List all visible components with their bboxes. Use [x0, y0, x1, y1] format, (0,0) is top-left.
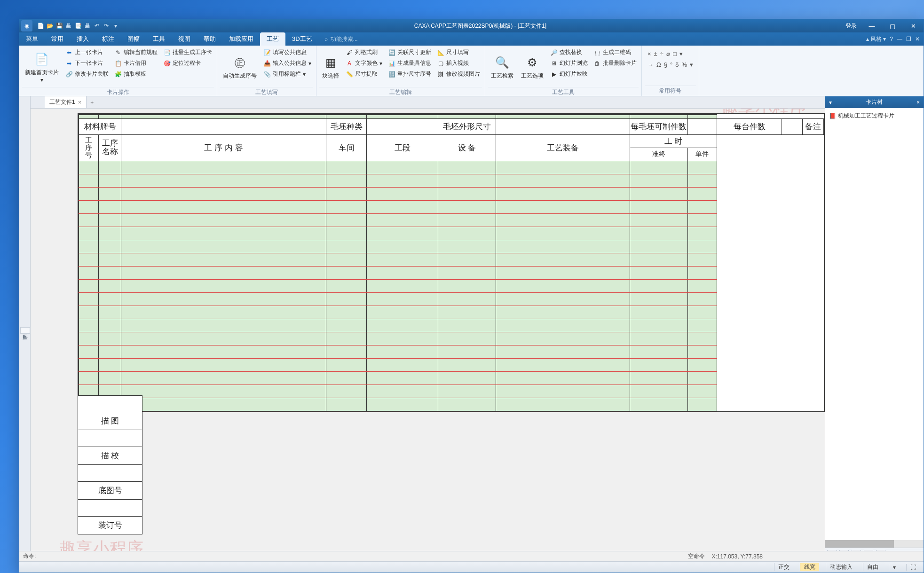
symbol-row-1[interactable]: ×±÷⌀□▾	[648, 50, 693, 57]
process-options-button[interactable]: ⚙工艺选项	[518, 47, 546, 87]
menu-shitu[interactable]: 视图	[172, 32, 197, 46]
qat-redo-icon[interactable]: ↷	[102, 22, 111, 30]
gen-qrcode-button[interactable]: ⬚生成二维码	[592, 47, 639, 57]
window-title: CAXA CAPP工艺图表2022SP0(机械版) - [工艺文件1]	[120, 22, 841, 30]
input-public-info-button[interactable]: 📥输入公共信息▾	[261, 58, 313, 68]
group-label: 工艺工具	[488, 87, 639, 97]
canvas[interactable]: 趣享小程序 趣享小程序 趣享小程序 材料牌号毛坯种类毛坯外形尺寸每毛坯可制件数每…	[31, 109, 825, 561]
find-replace-button[interactable]: 🔎查找替换	[548, 47, 590, 57]
inner-minimize-icon[interactable]: —	[897, 36, 902, 42]
side-cell[interactable]	[78, 395, 142, 412]
doc-tab[interactable]: 工艺文件1×	[45, 96, 87, 108]
modify-card-link-button[interactable]: 🔗修改卡片关联	[63, 69, 111, 79]
group-label: 工艺编辑	[319, 87, 482, 97]
maximize-button[interactable]: ▢	[882, 19, 903, 32]
panel-title: 卡片树	[866, 98, 883, 106]
menu-gongyi[interactable]: 工艺	[260, 32, 285, 46]
menu-3d[interactable]: 3D工艺	[285, 32, 319, 46]
symbol-row-2[interactable]: →Ω§°δ%▾	[648, 61, 693, 68]
side-cell[interactable]: 描 校	[78, 447, 142, 465]
close-button[interactable]: ✕	[903, 19, 924, 32]
ribbon-group-symbols: ×±÷⌀□▾ →Ω§°δ%▾ 常用符号	[642, 46, 699, 96]
dim-fill-button[interactable]: 📐尺寸填写	[435, 47, 482, 57]
auto-gen-seq-button[interactable]: ㊣自动生成序号	[220, 47, 260, 87]
menu-bangzhu[interactable]: 帮助	[197, 32, 222, 46]
process-search-button[interactable]: 🔍工艺检索	[488, 47, 516, 87]
reorder-dim-seq-button[interactable]: 🔢重排尺寸序号	[386, 69, 433, 79]
slides-icon: 🖥	[550, 60, 558, 67]
new-homepage-card-button[interactable]: 📄新建首页卡片▾	[22, 47, 62, 87]
status-expand-icon[interactable]: ⛶	[906, 564, 920, 571]
add-tab-button[interactable]: +	[87, 99, 97, 106]
ruler-icon: 📏	[346, 71, 353, 78]
size-extract-button[interactable]: 📏尺寸提取	[344, 69, 384, 79]
prev-card-button[interactable]: ⬅上一张卡片	[63, 47, 111, 57]
menu-changyong[interactable]: 常用	[45, 32, 70, 46]
locate-process-card-button[interactable]: 🎯定位过程卡	[161, 58, 214, 68]
qat-print-icon[interactable]: 🖶	[64, 22, 73, 30]
cmd-empty: 空命令	[688, 552, 705, 560]
qat-more-icon[interactable]: ▾	[111, 22, 120, 30]
process-sheet[interactable]: 材料牌号毛坯种类毛坯外形尺寸每毛坯可制件数每台件数备注工序号工序名称工 序 内 …	[78, 113, 825, 412]
batch-delete-card-button[interactable]: 🗑批量删除卡片	[592, 58, 639, 68]
left-tab-layers[interactable]: 图层	[20, 327, 30, 334]
minimize-button[interactable]: —	[861, 19, 882, 32]
ref-title-block-button[interactable]: 📎引用标题栏▾	[261, 69, 313, 79]
style-dropdown[interactable]: ▴ 风格 ▾	[866, 35, 886, 43]
inner-close-icon[interactable]: ✕	[915, 36, 920, 42]
panel-scrollbar[interactable]	[825, 540, 924, 548]
qrcode-icon: ⬚	[593, 49, 601, 56]
status-ortho[interactable]: 正交	[774, 563, 793, 571]
slideshow-browse-button[interactable]: 🖥幻灯片浏览	[548, 58, 590, 68]
text-color-button[interactable]: A文字颜色▾	[344, 58, 384, 68]
fill-public-info-button[interactable]: 📝填写公共信息	[261, 47, 313, 57]
status-more-icon[interactable]: ▾	[889, 564, 900, 571]
side-cell[interactable]	[78, 465, 142, 482]
edit-current-procedure-button[interactable]: ✎编辑当前规程	[112, 47, 159, 57]
col-format-painter-button[interactable]: 🖌列格式刷	[344, 47, 384, 57]
gen-gauge-info-button[interactable]: 📊生成量具信息	[386, 58, 433, 68]
menu-jiazai[interactable]: 加载应用	[222, 32, 260, 46]
card-borrow-button[interactable]: 📋卡片借用	[112, 58, 159, 68]
inner-restore-icon[interactable]: ❐	[906, 36, 911, 42]
qat-open-icon[interactable]: 📂	[46, 22, 54, 30]
side-cell[interactable]	[78, 500, 142, 517]
status-lineweight[interactable]: 线宽	[800, 563, 819, 571]
qat-save-icon[interactable]: 💾	[55, 22, 63, 30]
command-bar: 命令: 空命令 X:117.053, Y:77.358	[19, 551, 924, 561]
ribbon-group-tools: 🔍工艺检索 ⚙工艺选项 🔎查找替换 🖥幻灯片浏览 ▶幻灯片放映 ⬚生成二维码 🗑…	[485, 46, 642, 96]
close-tab-icon[interactable]: ×	[78, 99, 82, 106]
menu-gongju[interactable]: 工具	[146, 32, 172, 46]
qat-undo-icon[interactable]: ↶	[93, 22, 101, 30]
menu-caidan[interactable]: 菜单	[19, 32, 45, 46]
qat-new-icon[interactable]: 📄	[36, 22, 45, 30]
reorder-icon: 🔢	[388, 71, 395, 78]
app-icon[interactable]: ◉	[21, 20, 32, 31]
tree-node[interactable]: 📕机械加工工艺过程卡片	[828, 111, 921, 121]
side-cell[interactable]: 底图号	[78, 482, 142, 500]
qat-print2-icon[interactable]: 🖶	[83, 22, 92, 30]
card-tree-panel: ▾卡片树× 📕机械加工工艺过程卡片 ⊞ 📁 ☰ ≣ ↻	[825, 96, 924, 561]
status-free[interactable]: 自由	[863, 563, 882, 571]
menu-biaozhu[interactable]: 标注	[95, 32, 121, 46]
side-cell[interactable]	[78, 430, 142, 447]
next-card-button[interactable]: ➡下一张卡片	[63, 58, 111, 68]
login-button[interactable]: 登录	[841, 19, 861, 32]
status-dyninput[interactable]: 动态输入	[826, 563, 856, 571]
modify-video-img-button[interactable]: 🖼修改视频图片	[435, 69, 482, 79]
block-select-button[interactable]: ▦块选择	[319, 47, 342, 87]
qat-doc-icon[interactable]: 📑	[74, 22, 82, 30]
menu-charu[interactable]: 插入	[70, 32, 95, 46]
side-cell[interactable]: 装订号	[78, 517, 142, 534]
ribbon-group-fill: ㊣自动生成序号 📝填写公共信息 📥输入公共信息▾ 📎引用标题栏▾ 工艺填写	[217, 46, 316, 96]
menu-tufu[interactable]: 图幅	[121, 32, 146, 46]
side-cell[interactable]: 描 图	[78, 412, 142, 430]
extract-template-button[interactable]: 🧩抽取模板	[112, 69, 159, 79]
slideshow-play-button[interactable]: ▶幻灯片放映	[548, 69, 590, 79]
panel-close-icon[interactable]: ×	[916, 99, 920, 106]
batch-gen-card-button[interactable]: 📑批量生成工序卡	[161, 47, 214, 57]
help-icon[interactable]: ?	[890, 36, 893, 42]
function-search[interactable]: ⌕功能搜索...	[324, 35, 358, 43]
insert-video-button[interactable]: ▢插入视频	[435, 58, 482, 68]
link-dim-update-button[interactable]: 🔄关联尺寸更新	[386, 47, 433, 57]
